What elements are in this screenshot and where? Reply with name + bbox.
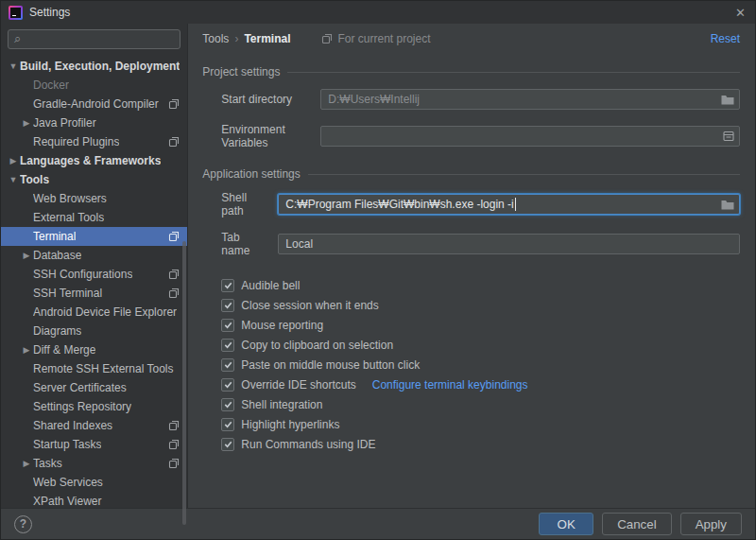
- sidebar-scrollbar[interactable]: [182, 241, 186, 525]
- checkbox-row-shell-integration[interactable]: Shell integration: [221, 394, 740, 414]
- sidebar-item-web-browsers[interactable]: Web Browsers: [1, 189, 187, 208]
- browse-folder-icon[interactable]: [715, 95, 734, 105]
- sidebar-item-label: Java Profiler: [33, 116, 96, 130]
- checkbox-row-audible-bell[interactable]: Audible bell: [221, 275, 740, 295]
- search-icon: ⌕: [14, 32, 21, 44]
- shared-settings-icon: [163, 458, 180, 469]
- override-ide-shortcuts-link[interactable]: Configure terminal keybindings: [372, 378, 528, 392]
- settings-dialog: Settings ✕ ⌕ ▼Build, Execution, Deployme…: [0, 0, 756, 540]
- shell-path-label: Shell path: [221, 191, 270, 218]
- checkbox-label: Paste on middle mouse button click: [241, 358, 420, 372]
- sidebar-item-label: Diagrams: [33, 324, 81, 338]
- chevron-right-icon[interactable]: ▶: [20, 459, 33, 468]
- checkbox-row-copy-to-clipboard-on-selection[interactable]: Copy to clipboard on selection: [221, 335, 740, 355]
- cancel-button[interactable]: Cancel: [602, 513, 672, 535]
- sidebar-item-web-services[interactable]: Web Services: [1, 473, 187, 492]
- sidebar-item-android-device-file-explorer[interactable]: Android Device File Explorer: [1, 303, 187, 322]
- chevron-right-icon[interactable]: ▶: [20, 118, 33, 128]
- environment-variables-label: Environment Variables: [221, 123, 313, 149]
- chevron-down-icon[interactable]: ▼: [7, 175, 20, 184]
- sidebar-item-docker[interactable]: Docker: [1, 76, 187, 95]
- sidebar-item-label: Startup Tasks: [33, 438, 101, 451]
- apply-button[interactable]: Apply: [680, 513, 742, 535]
- shell-path-row: Shell path C:₩Program Files₩Git₩bin₩sh.e…: [221, 191, 740, 218]
- sidebar-item-tools[interactable]: ▼Tools: [1, 170, 187, 189]
- reset-link[interactable]: Reset: [711, 32, 740, 45]
- sidebar-item-ssh-terminal[interactable]: SSH Terminal: [1, 284, 187, 303]
- browse-folder-icon[interactable]: [715, 200, 734, 210]
- application-settings-header: Application settings: [202, 164, 740, 184]
- sidebar-item-ssh-configurations[interactable]: SSH Configurations: [1, 265, 187, 284]
- checkbox-run-commands-using-ide[interactable]: [221, 438, 234, 451]
- checkbox-mouse-reporting[interactable]: [221, 319, 234, 332]
- env-variables-browse-icon[interactable]: [717, 131, 734, 142]
- sidebar-item-diagrams[interactable]: Diagrams: [1, 322, 187, 340]
- checkbox-row-override-ide-shortcuts[interactable]: Override IDE shortcutsConfigure terminal…: [221, 375, 740, 394]
- checkbox-row-paste-on-middle-mouse-button-click[interactable]: Paste on middle mouse button click: [221, 355, 740, 375]
- shell-path-value: C:₩Program Files₩Git₩bin₩sh.exe -login -…: [285, 198, 513, 211]
- checkbox-shell-integration[interactable]: [221, 398, 234, 411]
- sidebar-item-java-profiler[interactable]: ▶Java Profiler: [1, 113, 187, 132]
- sidebar-item-tasks[interactable]: ▶Tasks: [1, 454, 187, 473]
- checkbox-label: Copy to clipboard on selection: [241, 339, 393, 352]
- checkbox-row-highlight-hyperlinks[interactable]: Highlight hyperlinks: [221, 414, 740, 434]
- sidebar-item-label: Server Certificates: [33, 381, 127, 394]
- sidebar-item-languages-frameworks[interactable]: ▶Languages & Frameworks: [1, 151, 187, 170]
- checkbox-label: Run Commands using IDE: [241, 438, 375, 451]
- sidebar-item-label: Docker: [33, 78, 69, 92]
- settings-search-input[interactable]: [26, 33, 174, 46]
- window-title: Settings: [29, 6, 70, 19]
- checkbox-label: Audible bell: [241, 279, 300, 292]
- checkbox-copy-to-clipboard-on-selection[interactable]: [221, 339, 234, 352]
- checkbox-paste-on-middle-mouse-button-click[interactable]: [221, 358, 234, 372]
- sidebar-item-label: Remote SSH External Tools: [33, 362, 174, 375]
- dialog-footer: ? OK Cancel Apply: [1, 508, 755, 539]
- chevron-right-icon[interactable]: ▶: [7, 156, 20, 165]
- sidebar-item-terminal[interactable]: Terminal: [1, 227, 187, 246]
- project-settings-title: Project settings: [202, 65, 280, 78]
- chevron-right-icon[interactable]: ▶: [20, 251, 33, 260]
- checkbox-row-close-session-when-it-ends[interactable]: Close session when it ends: [221, 295, 740, 315]
- help-icon[interactable]: ?: [14, 515, 32, 533]
- sidebar-item-diff-merge[interactable]: ▶Diff & Merge: [1, 340, 187, 359]
- environment-variables-input[interactable]: [320, 126, 740, 147]
- checkbox-audible-bell[interactable]: [221, 279, 234, 292]
- sidebar-item-build-execution-deployment[interactable]: ▼Build, Execution, Deployment: [1, 57, 187, 76]
- search-box[interactable]: ⌕: [8, 29, 180, 49]
- search-area: ⌕: [1, 24, 187, 54]
- checkbox-row-mouse-reporting[interactable]: Mouse reporting: [221, 315, 740, 335]
- tab-name-input[interactable]: Local: [278, 234, 740, 254]
- checkbox-row-run-commands-using-ide[interactable]: Run Commands using IDE: [221, 434, 740, 454]
- start-directory-input[interactable]: D:₩Users₩Intellij: [320, 89, 740, 110]
- shared-settings-icon: [163, 439, 180, 450]
- tab-name-label: Tab name: [221, 231, 270, 257]
- section-divider: [287, 72, 740, 73]
- breadcrumb: Tools › Terminal For current project Res…: [202, 24, 740, 54]
- sidebar-item-server-certificates[interactable]: Server Certificates: [1, 378, 187, 397]
- shell-path-input[interactable]: C:₩Program Files₩Git₩bin₩sh.exe -login -…: [278, 194, 740, 215]
- sidebar-item-label: Build, Execution, Deployment: [20, 60, 180, 73]
- checkbox-close-session-when-it-ends[interactable]: [221, 299, 234, 312]
- sidebar-item-remote-ssh-external-tools[interactable]: Remote SSH External Tools: [1, 359, 187, 378]
- sidebar-item-shared-indexes[interactable]: Shared Indexes: [1, 416, 187, 435]
- breadcrumb-tools[interactable]: Tools: [202, 32, 229, 45]
- sidebar-item-database[interactable]: ▶Database: [1, 246, 187, 265]
- checkbox-highlight-hyperlinks[interactable]: [221, 418, 234, 431]
- sidebar-item-startup-tasks[interactable]: Startup Tasks: [1, 435, 187, 454]
- sidebar-item-external-tools[interactable]: External Tools: [1, 208, 187, 227]
- sidebar-item-required-plugins[interactable]: Required Plugins: [1, 132, 187, 151]
- shared-settings-icon: [163, 287, 180, 299]
- checkbox-override-ide-shortcuts[interactable]: [221, 378, 234, 392]
- for-current-project-icon: [321, 33, 333, 44]
- sidebar-item-xpath-viewer[interactable]: XPath Viewer: [1, 492, 187, 508]
- close-icon[interactable]: ✕: [735, 6, 746, 20]
- breadcrumb-terminal[interactable]: Terminal: [244, 32, 290, 45]
- text-caret: [515, 198, 516, 211]
- checkbox-label: Shell integration: [241, 398, 322, 411]
- checkbox-label: Close session when it ends: [241, 299, 378, 312]
- sidebar-item-gradle-android-compiler[interactable]: Gradle-Android Compiler: [1, 95, 187, 113]
- chevron-down-icon[interactable]: ▼: [7, 61, 20, 71]
- ok-button[interactable]: OK: [539, 513, 593, 535]
- sidebar-item-settings-repository[interactable]: Settings Repository: [1, 397, 187, 416]
- chevron-right-icon[interactable]: ▶: [20, 345, 33, 355]
